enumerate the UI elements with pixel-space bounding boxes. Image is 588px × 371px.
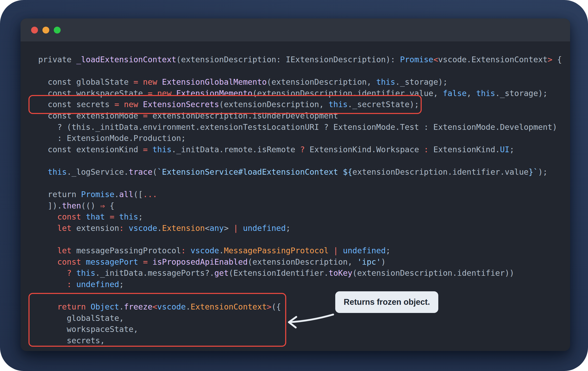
code-line: ? this._initData.messagePorts?.get(Exten… bbox=[38, 268, 570, 279]
code-line: const workspaceState = new ExtensionMeme… bbox=[38, 88, 570, 99]
code-screenshot-canvas: private _loadExtensionContext(extensionD… bbox=[0, 0, 588, 371]
window-titlebar bbox=[21, 18, 570, 41]
code-line: ]).then(() ⇒ { bbox=[38, 200, 570, 212]
code-line: const globalState = new ExtensionGlobalM… bbox=[38, 77, 570, 88]
code-line: private _loadExtensionContext(extensionD… bbox=[38, 54, 570, 65]
code-line: let extension: vscode.Extension<any> | u… bbox=[38, 223, 570, 234]
code-line: return Promise.all([... bbox=[38, 189, 570, 200]
code-line bbox=[38, 234, 570, 245]
code-line: : undefined; bbox=[38, 279, 570, 290]
code-line: : ExtensionMode.Production; bbox=[38, 133, 570, 144]
code-line: const that = this; bbox=[38, 211, 570, 223]
code-line: let messagePassingProtocol: vscode.Messa… bbox=[38, 245, 570, 256]
arrow-left-icon bbox=[280, 309, 336, 330]
code-area: private _loadExtensionContext(extensionD… bbox=[21, 41, 570, 346]
code-line bbox=[38, 155, 570, 167]
code-line: this._logService.trace(`ExtensionService… bbox=[38, 167, 570, 178]
code-line bbox=[38, 65, 570, 77]
code-line: ? (this._initData.environment.extensionT… bbox=[38, 122, 570, 133]
zoom-button-icon[interactable] bbox=[54, 27, 61, 34]
code-line: const extensionMode = extensionDescripti… bbox=[38, 110, 570, 122]
code-line: const extensionKind = this._initData.rem… bbox=[38, 144, 570, 155]
code-window: private _loadExtensionContext(extensionD… bbox=[21, 18, 570, 351]
code-line: secrets, bbox=[38, 335, 570, 346]
code-line bbox=[38, 290, 570, 301]
code-line: const secrets = new ExtensionSecrets(ext… bbox=[38, 99, 570, 110]
annotation-label: Returns frozen object. bbox=[335, 291, 438, 313]
close-button-icon[interactable] bbox=[31, 27, 38, 34]
minimize-button-icon[interactable] bbox=[42, 27, 49, 34]
code-line: const messagePort = isProposedApiEnabled… bbox=[38, 256, 570, 268]
code-line bbox=[38, 178, 570, 189]
